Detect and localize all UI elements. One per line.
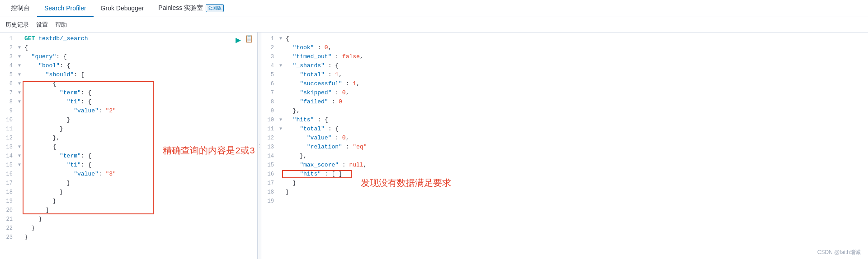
secondary-toolbar: 历史记录 设置 帮助	[0, 17, 868, 32]
response-line-18: 18 }	[261, 188, 868, 197]
main-area: ▶ 📋 1 GET testdb/_search 2 ▼ { 3 ▼ "quer…	[0, 32, 868, 259]
editor-line-19: 19 }	[0, 197, 257, 206]
watermark: CSDN @faith瑞诚	[817, 249, 861, 256]
response-line-7: 7 "skipped" : 0,	[261, 88, 868, 97]
editor-line-3: 3 ▼ "query": {	[0, 52, 257, 61]
beta-badge: 公测版	[206, 4, 224, 12]
editor-line-4: 4 ▼ "bool": {	[0, 61, 257, 70]
editor-line-11: 11 }	[0, 125, 257, 134]
editor-line-9: 9 "value": "2"	[0, 106, 257, 116]
top-nav: 控制台 Search Profiler Grok Debugger Painle…	[0, 0, 868, 17]
editor-line-10: 10 }	[0, 116, 257, 125]
run-button[interactable]: ▶	[236, 34, 241, 46]
response-line-12: 12 "value" : 0,	[261, 134, 868, 143]
history-button[interactable]: 历史记录	[5, 19, 29, 31]
editor-line-21: 21 }	[0, 215, 257, 224]
editor-line-13: 13 ▼ {	[0, 143, 257, 152]
response-line-2: 2 "took" : 0,	[261, 43, 868, 52]
editor-line-18: 18 }	[0, 188, 257, 197]
editor-line-17: 17 }	[0, 179, 257, 188]
editor-line-23: 23 }	[0, 233, 257, 242]
editor-line-8: 8 ▼ "t1": {	[0, 97, 257, 106]
resize-handle[interactable]: ⋮	[258, 32, 261, 259]
editor-line-16: 16 "value": "3"	[0, 170, 257, 179]
editor-line-7: 7 ▼ "term": {	[0, 88, 257, 97]
response-line-15: 15 "max_score" : null,	[261, 161, 868, 170]
response-code: 1 ▼ { 2 "took" : 0, 3 "timed_out" : fals…	[261, 32, 868, 208]
response-line-16: 16 "hits" : [ ]	[261, 170, 868, 179]
editor-actions: ▶ 📋	[236, 34, 254, 46]
editor-line-12: 12 },	[0, 134, 257, 143]
editor-line-22: 22 }	[0, 224, 257, 233]
editor-line-15: 15 ▼ "t1": {	[0, 161, 257, 170]
response-line-1: 1 ▼ {	[261, 34, 868, 43]
response-line-19: 19	[261, 197, 868, 206]
tab-grok-debugger[interactable]: Grok Debugger	[94, 0, 151, 17]
response-line-10: 10 ▼ "hits" : {	[261, 116, 868, 125]
editor-panel: ▶ 📋 1 GET testdb/_search 2 ▼ { 3 ▼ "quer…	[0, 32, 258, 259]
response-line-11: 11 ▼ "total" : {	[261, 125, 868, 134]
settings-button[interactable]: 设置	[36, 19, 48, 31]
response-line-4: 4 ▼ "_shards" : {	[261, 61, 868, 70]
editor-line-1: 1 GET testdb/_search	[0, 34, 257, 43]
copy-button[interactable]: 📋	[245, 34, 254, 46]
editor-line-6: 6 ▼ {	[0, 79, 257, 88]
response-line-17: 17 }	[261, 179, 868, 188]
tab-painless-lab[interactable]: Painless 实验室 公测版	[151, 0, 231, 17]
response-line-9: 9 },	[261, 106, 868, 116]
editor-line-5: 5 ▼ "should": [	[0, 70, 257, 79]
editor-line-20: 20 ]	[0, 206, 257, 215]
response-line-8: 8 "failed" : 0	[261, 97, 868, 106]
response-line-6: 6 "successful" : 1,	[261, 79, 868, 88]
response-line-3: 3 "timed_out" : false,	[261, 52, 868, 61]
editor-line-14: 14 ▼ "term": {	[0, 152, 257, 161]
tab-console[interactable]: 控制台	[4, 0, 37, 17]
response-line-5: 5 "total" : 1,	[261, 70, 868, 79]
response-line-14: 14 },	[261, 152, 868, 161]
response-line-13: 13 "relation" : "eq"	[261, 143, 868, 152]
editor-code: 1 GET testdb/_search 2 ▼ { 3 ▼ "query": …	[0, 32, 257, 244]
help-button[interactable]: 帮助	[55, 19, 67, 31]
tab-search-profiler[interactable]: Search Profiler	[37, 0, 94, 17]
response-panel: 1 ▼ { 2 "took" : 0, 3 "timed_out" : fals…	[261, 32, 868, 259]
editor-line-2: 2 ▼ {	[0, 43, 257, 52]
